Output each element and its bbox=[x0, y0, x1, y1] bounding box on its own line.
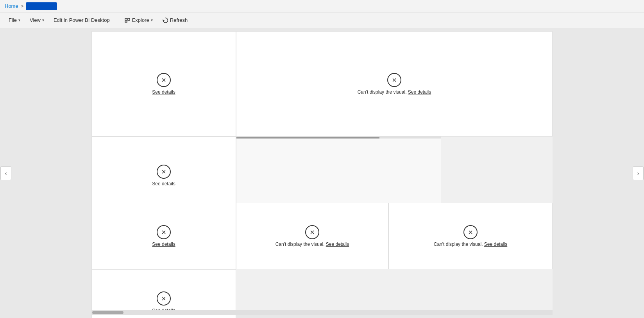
explore-chevron-icon: ▾ bbox=[151, 18, 153, 22]
error-visual-2: Can't display the visual. See details bbox=[358, 73, 431, 95]
see-details-link-1[interactable]: See details bbox=[152, 89, 175, 95]
right-sidebar: › bbox=[632, 28, 644, 318]
progress-bar-fill bbox=[236, 137, 379, 139]
prev-page-button[interactable]: ‹ bbox=[0, 166, 11, 180]
edit-powerbi-button[interactable]: Edit in Power BI Desktop bbox=[50, 16, 114, 25]
visual-panel-6: Can't display the visual. See details bbox=[236, 203, 388, 269]
svg-rect-2 bbox=[125, 21, 127, 22]
error-visual-3: See details bbox=[152, 165, 175, 187]
visual-panel-7: Can't display the visual. See details bbox=[388, 203, 553, 269]
error-icon-7 bbox=[463, 225, 478, 239]
visual-panel-1: See details bbox=[91, 31, 236, 137]
error-message-7: Can't display the visual. See details bbox=[434, 242, 507, 247]
main-layout: ‹ See details Can't display the visual. … bbox=[0, 28, 644, 318]
see-details-link-7[interactable]: See details bbox=[484, 242, 507, 247]
svg-rect-0 bbox=[125, 18, 127, 20]
next-page-button[interactable]: › bbox=[633, 166, 644, 180]
error-icon-2 bbox=[387, 73, 401, 87]
explore-icon bbox=[124, 17, 131, 23]
error-visual-1: See details bbox=[152, 73, 175, 95]
breadcrumb-home[interactable]: Home bbox=[5, 3, 18, 9]
error-icon-3 bbox=[157, 165, 171, 179]
explore-button[interactable]: Explore ▾ bbox=[120, 16, 157, 25]
progress-bar-container bbox=[236, 137, 441, 139]
see-details-link-6[interactable]: See details bbox=[326, 242, 349, 247]
file-chevron-icon: ▾ bbox=[18, 18, 20, 22]
see-details-link-2[interactable]: See details bbox=[408, 89, 431, 95]
see-details-link-5[interactable]: See details bbox=[152, 242, 175, 247]
error-icon-5 bbox=[157, 225, 171, 239]
visual-panel-5: See details bbox=[91, 203, 236, 269]
left-sidebar: ‹ bbox=[0, 28, 12, 318]
file-button[interactable]: File ▾ bbox=[5, 16, 24, 25]
error-message-6: Can't display the visual. See details bbox=[275, 242, 349, 247]
breadcrumb-bar: Home > bbox=[0, 0, 644, 12]
error-icon-6 bbox=[305, 225, 319, 239]
canvas-scroll-thumb[interactable] bbox=[92, 311, 123, 314]
refresh-icon bbox=[162, 17, 168, 23]
breadcrumb-current bbox=[26, 2, 57, 10]
svg-rect-1 bbox=[128, 18, 130, 20]
breadcrumb-separator: > bbox=[21, 3, 24, 9]
report-canvas[interactable]: See details Can't display the visual. Se… bbox=[12, 28, 632, 318]
toolbar-divider bbox=[117, 16, 117, 24]
see-details-link-3[interactable]: See details bbox=[152, 181, 175, 187]
view-button[interactable]: View ▾ bbox=[26, 16, 48, 25]
refresh-button[interactable]: Refresh bbox=[158, 16, 192, 25]
error-icon-1 bbox=[157, 73, 171, 87]
error-icon-8 bbox=[157, 291, 171, 306]
error-visual-5: See details bbox=[152, 225, 175, 247]
canvas-scrollbar[interactable] bbox=[91, 310, 553, 315]
toolbar: File ▾ View ▾ Edit in Power BI Desktop E… bbox=[0, 12, 644, 28]
error-visual-7: Can't display the visual. See details bbox=[434, 225, 507, 247]
error-visual-6: Can't display the visual. See details bbox=[275, 225, 349, 247]
error-message-2: Can't display the visual. See details bbox=[358, 89, 431, 95]
canvas-inner: See details Can't display the visual. Se… bbox=[91, 31, 553, 315]
visual-panel-2: Can't display the visual. See details bbox=[236, 31, 553, 137]
view-chevron-icon: ▾ bbox=[42, 18, 44, 22]
